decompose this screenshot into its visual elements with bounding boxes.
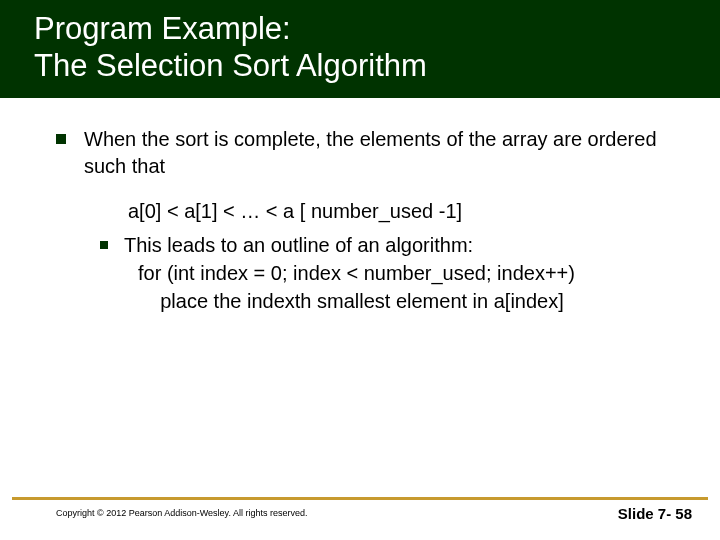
pseudocode-line-2: place the indexth smallest element in a[… <box>138 290 564 312</box>
ordering-expression: a[0] < a[1] < … < a [ number_used -1] <box>128 198 680 225</box>
bullet-level-1-text: When the sort is complete, the elements … <box>84 128 657 177</box>
pseudocode-line-1: for (int index = 0; index < number_used;… <box>138 262 575 284</box>
bullet-level-2-lead: This leads to an outline of an algorithm… <box>124 234 473 256</box>
slide-title: Program Example: The Selection Sort Algo… <box>34 10 720 84</box>
copyright-text: Copyright © 2012 Pearson Addison-Wesley.… <box>56 508 307 518</box>
bullet-level-2: This leads to an outline of an algorithm… <box>100 231 680 315</box>
divider-bar <box>12 497 708 500</box>
slide-body: When the sort is complete, the elements … <box>0 98 720 315</box>
slide-number: Slide 7- 58 <box>618 505 692 522</box>
title-band: Program Example: The Selection Sort Algo… <box>0 0 720 98</box>
title-line-2: The Selection Sort Algorithm <box>34 48 427 83</box>
title-line-1: Program Example: <box>34 11 291 46</box>
slide: Program Example: The Selection Sort Algo… <box>0 0 720 540</box>
bullet-level-1: When the sort is complete, the elements … <box>56 126 680 180</box>
